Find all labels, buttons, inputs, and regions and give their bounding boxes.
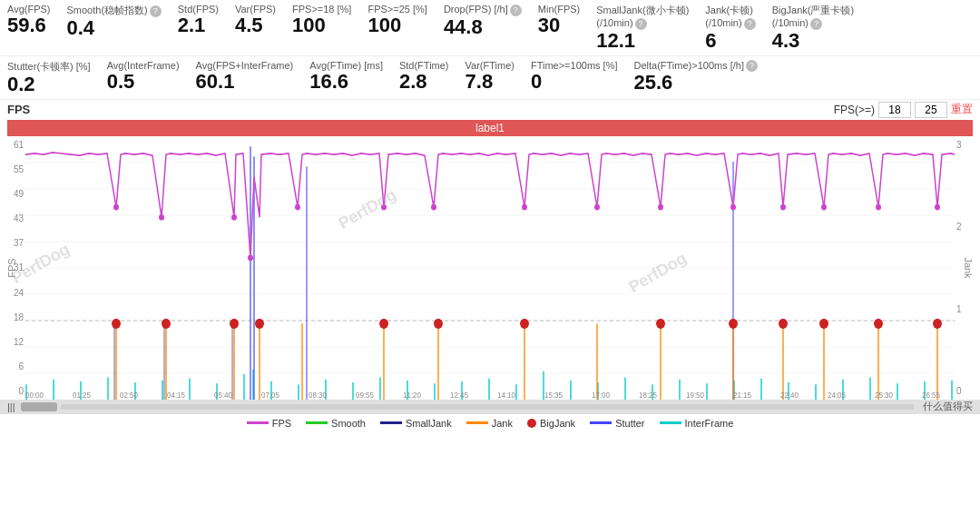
svg-point-88 (381, 204, 387, 211)
stat-fps25: FPS>=25 [%] 100 (368, 4, 426, 36)
stat-avg-fps: Avg(FPS) 59.6 (7, 4, 50, 36)
reset-button[interactable]: 重置 (951, 102, 973, 117)
svg-point-85 (231, 214, 237, 221)
svg-rect-18 (189, 379, 191, 400)
scrollbar-thumb[interactable] (21, 402, 57, 411)
stat-ftime100ms: FTime>=100ms [%] 0 (531, 60, 618, 93)
svg-point-92 (658, 204, 663, 211)
svg-point-81 (874, 319, 883, 329)
svg-rect-17 (162, 381, 163, 400)
stat-std-ftime-label: Std(FTime) (399, 60, 449, 71)
svg-rect-45 (897, 383, 898, 400)
svg-point-83 (113, 204, 119, 211)
fps-gte-label: FPS(>=) (834, 104, 875, 116)
svg-text:05:40: 05:40 (214, 390, 232, 400)
stat-smooth: Smooth(稳帧指数)? 0.4 (66, 4, 161, 39)
stat-bigjank-value: 4.3 (772, 30, 800, 52)
svg-rect-42 (815, 384, 817, 400)
svg-text:17:00: 17:00 (592, 390, 610, 400)
legend-smalljank-line (380, 421, 402, 424)
legend-interframe: InterFrame (660, 418, 734, 429)
drop-help-icon[interactable]: ? (510, 5, 522, 16)
legend-stutter: Stutter (590, 418, 644, 429)
stat-bigjank-label: BigJank(严重卡顿)(/10min)? (772, 4, 854, 30)
stat-fps18: FPS>=18 [%] 100 (292, 4, 351, 36)
legend-stutter-line (590, 421, 612, 424)
y-axis-left: 61 55 49 43 37 31 24 18 12 6 0 (0, 136, 25, 400)
scroll-left-icon[interactable]: ||| (7, 401, 15, 412)
svg-text:04:15: 04:15 (167, 390, 185, 400)
bigjank-help-icon[interactable]: ? (810, 18, 822, 30)
svg-text:00:00: 00:00 (25, 390, 44, 400)
svg-point-97 (935, 204, 940, 211)
stat-jank: Jank(卡顿)(/10min)? 6 (705, 4, 755, 52)
stat-smooth-value: 0.4 (66, 17, 94, 39)
stat-var-ftime-label: Var(FTime) (466, 60, 514, 71)
legend-bigjank-dot (527, 419, 536, 428)
stats-row-2: Stutter(卡顿率) [%] 0.2 Avg(InterFrame) 0.5… (0, 56, 980, 100)
label-bar: label1 (7, 120, 973, 136)
svg-point-90 (522, 204, 527, 211)
legend-fps: FPS (247, 418, 291, 429)
scrollbar-track[interactable] (61, 404, 914, 410)
svg-text:21:15: 21:15 (733, 390, 751, 400)
delta-help-icon[interactable]: ? (746, 60, 758, 72)
scroll-right-icon[interactable]: 什么值得买 (923, 400, 973, 413)
legend-interframe-label: InterFrame (685, 418, 734, 429)
legend-jank-line (466, 421, 488, 424)
stat-jank-label: Jank(卡顿)(/10min)? (705, 4, 755, 30)
stat-std-ftime-value: 2.8 (399, 71, 427, 93)
stat-avg-interframe-label: Avg(InterFrame) (107, 60, 180, 71)
svg-point-74 (379, 319, 388, 329)
legend-jank: Jank (466, 418, 513, 429)
svg-point-76 (520, 319, 529, 329)
svg-text:08:30: 08:30 (309, 390, 327, 400)
svg-rect-30 (488, 379, 490, 400)
svg-point-84 (159, 214, 164, 221)
smalljank-help-icon[interactable]: ? (635, 18, 647, 30)
svg-text:12:45: 12:45 (450, 390, 468, 400)
stat-std-fps: Std(FPS) 2.1 (178, 4, 219, 36)
stat-var-fps-value: 4.5 (235, 15, 263, 36)
legend-interframe-line (660, 421, 681, 424)
stat-smalljank-value: 12.1 (596, 30, 635, 52)
fps-controls: FPS(>=) 重置 (834, 102, 973, 118)
smooth-help-icon[interactable]: ? (150, 5, 162, 17)
stat-smalljank-label: SmallJank(微小卡顿)(/10min)? (596, 4, 689, 30)
stat-avg-fps-interframe-label: Avg(FPS+InterFrame) (196, 60, 294, 71)
legend-row: FPS Smooth SmallJank Jank BigJank Stutte… (0, 414, 980, 432)
fps-val1-input[interactable] (878, 102, 911, 118)
svg-rect-23 (298, 384, 299, 400)
label-bar-text: label1 (475, 122, 505, 134)
stat-bigjank: BigJank(严重卡顿)(/10min)? 4.3 (772, 4, 854, 52)
stat-smalljank: SmallJank(微小卡顿)(/10min)? 12.1 (596, 4, 689, 52)
legend-stutter-label: Stutter (615, 418, 644, 429)
stat-avg-ftime-label: Avg(FTime) [ms] (309, 60, 383, 71)
stat-avg-interframe: Avg(InterFrame) 0.5 (107, 60, 180, 93)
fps-val2-input[interactable] (915, 102, 947, 118)
scrollbar[interactable]: ||| 什么值得买 (0, 400, 980, 414)
legend-jank-label: Jank (492, 418, 513, 429)
stat-delta-ftime-label: Delta(FTime)>100ms [/h]? (634, 60, 759, 73)
svg-point-95 (821, 204, 827, 211)
svg-point-86 (248, 254, 253, 261)
jank-help-icon[interactable]: ? (744, 18, 756, 30)
legend-smalljank: SmallJank (380, 418, 452, 429)
svg-text:14:10: 14:10 (497, 390, 515, 400)
svg-text:25:30: 25:30 (875, 390, 893, 400)
stat-fps18-value: 100 (292, 15, 326, 36)
svg-text:07:05: 07:05 (261, 390, 279, 400)
svg-point-73 (255, 319, 264, 329)
stat-stutter-value: 0.2 (7, 74, 35, 95)
svg-point-96 (876, 204, 881, 211)
stat-drop-fps-label: Drop(FPS) [/h]? (444, 4, 522, 16)
svg-point-79 (779, 319, 788, 329)
svg-point-89 (431, 204, 436, 211)
svg-rect-40 (760, 379, 762, 400)
svg-point-82 (933, 319, 942, 329)
svg-rect-35 (624, 377, 626, 400)
svg-text:15:35: 15:35 (544, 390, 563, 400)
stat-avg-fps-interframe: Avg(FPS+InterFrame) 60.1 (196, 60, 294, 93)
svg-rect-31 (515, 384, 517, 400)
svg-text:02:50: 02:50 (120, 390, 138, 400)
